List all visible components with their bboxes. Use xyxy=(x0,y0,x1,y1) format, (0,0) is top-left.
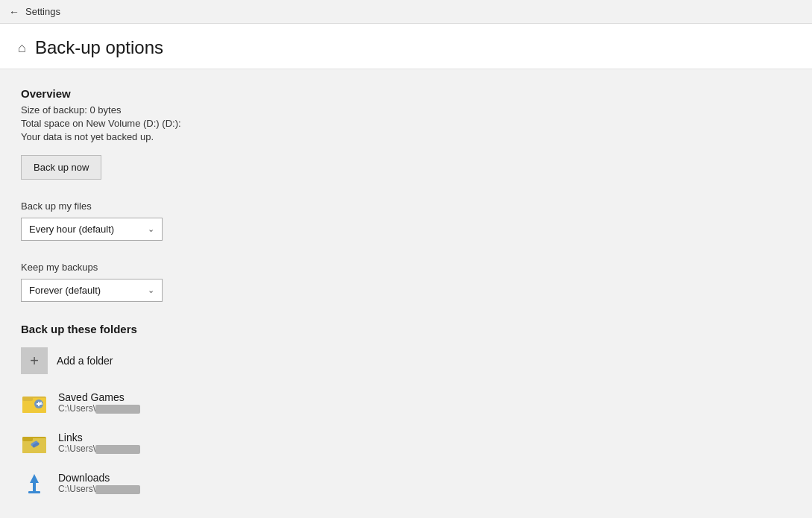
back-up-files-label: Back up my files xyxy=(21,200,791,212)
data-status: Your data is not yet backed up. xyxy=(21,131,791,142)
saved-games-icon xyxy=(21,389,48,416)
folders-section: Back up these folders + Add a folder xyxy=(21,323,791,496)
svg-rect-5 xyxy=(38,402,40,406)
add-folder-label: Add a folder xyxy=(57,355,113,367)
back-up-files-dropdown[interactable]: Every hour (default) ⌄ Every hour (defau… xyxy=(21,218,163,241)
downloads-path: C:\Users\ xyxy=(58,484,140,494)
links-info: Links C:\Users\ xyxy=(58,432,140,454)
svg-point-6 xyxy=(40,402,42,403)
title-bar: ← Settings xyxy=(0,0,812,24)
svg-rect-2 xyxy=(22,397,33,401)
links-path: C:\Users\ xyxy=(58,443,140,454)
saved-games-path: C:\Users\ xyxy=(58,403,140,414)
add-folder-row[interactable]: + Add a folder xyxy=(21,347,791,374)
title-bar-text: Settings xyxy=(25,6,60,17)
page-header: ⌂ Back-up options xyxy=(0,24,812,69)
downloads-name: Downloads xyxy=(58,472,140,484)
overview-section: Overview Size of backup: 0 bytes Total s… xyxy=(21,87,791,200)
keep-backups-label: Keep my backups xyxy=(21,262,791,273)
svg-rect-10 xyxy=(22,437,33,441)
folder-item-saved-games: Saved Games C:\Users\ xyxy=(21,389,791,416)
back-up-now-button[interactable]: Back up now xyxy=(21,155,101,180)
total-space: Total space on New Volume (D:) (D:): xyxy=(21,118,791,129)
svg-rect-14 xyxy=(28,491,40,493)
downloads-icon xyxy=(21,470,48,496)
folder-item-links: Links C:\Users\ xyxy=(21,429,791,456)
folder-item-downloads: Downloads C:\Users\ xyxy=(21,470,791,496)
downloads-info: Downloads C:\Users\ xyxy=(58,472,140,494)
saved-games-info: Saved Games C:\Users\ xyxy=(58,391,140,414)
svg-marker-13 xyxy=(30,474,39,492)
home-icon[interactable]: ⌂ xyxy=(18,40,26,56)
links-name: Links xyxy=(58,432,140,443)
svg-point-7 xyxy=(41,403,43,405)
main-content: Overview Size of backup: 0 bytes Total s… xyxy=(0,69,812,518)
links-icon xyxy=(21,429,48,456)
keep-backups-section: Keep my backups Forever (default) ⌄ Fore… xyxy=(21,262,791,302)
add-folder-button[interactable]: + xyxy=(21,347,48,374)
overview-title: Overview xyxy=(21,87,791,100)
back-button[interactable]: ← xyxy=(9,6,19,18)
folders-section-title: Back up these folders xyxy=(21,323,791,335)
saved-games-name: Saved Games xyxy=(58,391,140,403)
keep-backups-dropdown[interactable]: Forever (default) ⌄ Forever (default) Un… xyxy=(21,279,163,302)
size-of-backup: Size of backup: 0 bytes xyxy=(21,104,791,116)
page-title: Back-up options xyxy=(35,37,163,58)
back-up-files-section: Back up my files Every hour (default) ⌄ … xyxy=(21,200,791,241)
